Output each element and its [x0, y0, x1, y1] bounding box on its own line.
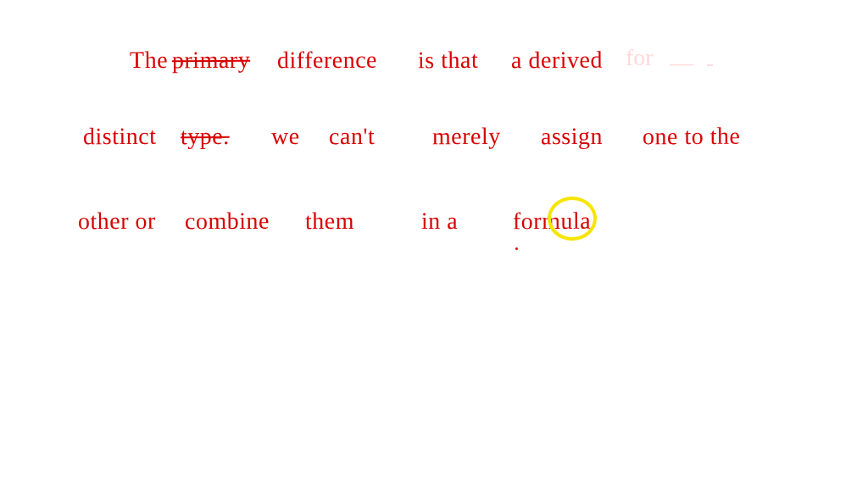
text-distinct: distinct	[83, 123, 157, 150]
text-otheror: other or	[78, 208, 156, 235]
text-merely: merely	[432, 123, 501, 150]
ink-dot	[515, 247, 518, 250]
text-onetothe: one to the	[643, 123, 741, 151]
text-ina: in a	[421, 208, 458, 235]
text-combine: combine	[185, 208, 270, 236]
text-faded-trail: — -	[670, 49, 717, 76]
text-isthat: is that	[418, 47, 478, 74]
text-we: we	[271, 123, 300, 150]
text-cant: can't	[329, 123, 375, 150]
text-aderived: a derived	[511, 47, 603, 75]
highlight-circle	[548, 197, 597, 241]
text-type: type.	[181, 123, 230, 150]
text-assign: assign	[541, 123, 603, 150]
text-difference: difference	[277, 47, 377, 75]
whiteboard-canvas: { "colors": { "ink": "#d80000", "highlig…	[0, 0, 868, 488]
text-them: them	[305, 208, 354, 235]
text-the: The	[130, 47, 168, 74]
text-primary: primary	[172, 47, 250, 74]
text-faded-for: for	[626, 44, 654, 71]
